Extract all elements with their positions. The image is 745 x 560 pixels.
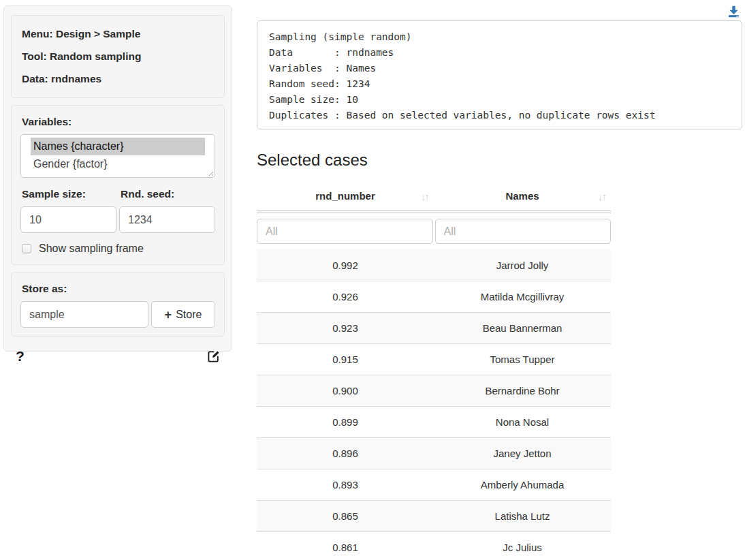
table-cell: 0.896 <box>257 438 434 469</box>
sidebar: Menu: Design > Sample Tool: Random sampl… <box>3 5 232 352</box>
edit-icon[interactable] <box>207 350 220 363</box>
table-cell: 0.893 <box>257 469 434 500</box>
variables-panel: Variables: Names {character}Gender {fact… <box>11 105 225 265</box>
show-sampling-frame-label: Show sampling frame <box>39 243 144 255</box>
store-panel: Store as: + Store <box>11 272 225 337</box>
table-row[interactable]: 0.893Amberly Ahumada <box>257 469 611 500</box>
selected-cases-table: rnd_number ↓↑ Names ↓↑ 0.992Jarrod Jolly… <box>257 181 611 560</box>
filter-row <box>257 213 611 249</box>
menu-breadcrumb: Menu: Design > Sample <box>22 28 215 40</box>
table-cell: 0.992 <box>257 249 434 281</box>
variables-select[interactable]: Names {character}Gender {factor} <box>20 134 215 178</box>
table-row[interactable]: 0.926Matilda Mcgillivray <box>257 281 611 312</box>
sort-icon[interactable]: ↓↑ <box>421 190 428 202</box>
table-row[interactable]: 0.915Tomas Tupper <box>257 343 611 375</box>
column-header-names[interactable]: Names ↓↑ <box>434 181 611 211</box>
table-cell: Nona Nosal <box>434 407 611 437</box>
show-sampling-frame-checkbox[interactable] <box>22 244 31 253</box>
sample-size-input[interactable] <box>20 206 116 233</box>
dataset-label: Data: rndnames <box>22 73 215 85</box>
table-body: 0.992Jarrod Jolly0.926Matilda Mcgillivra… <box>257 249 611 560</box>
column-header-label: Names <box>505 190 539 202</box>
table-row[interactable]: 0.923Beau Bannerman <box>257 312 611 343</box>
tool-label: Tool: Random sampling <box>22 50 215 63</box>
variable-option[interactable]: Names {character} <box>31 138 205 155</box>
summary-panel: Menu: Design > Sample Tool: Random sampl… <box>11 15 225 98</box>
table-cell: 0.899 <box>257 407 434 437</box>
store-as-label: Store as: <box>22 283 215 295</box>
rnd-seed-input[interactable] <box>119 206 215 233</box>
filter-input-rnd-number[interactable] <box>257 219 433 244</box>
show-sampling-frame-row: Show sampling frame <box>22 243 215 255</box>
table-cell: Bernardine Bohr <box>434 375 611 406</box>
variables-options: Names {character}Gender {factor} <box>31 138 205 173</box>
summary-output-text: Sampling (simple random) Data : rndnames… <box>269 29 730 123</box>
rnd-seed-label: Rnd. seed: <box>121 188 215 200</box>
table-cell: Jc Julius <box>434 532 611 560</box>
table-cell: Tomas Tupper <box>434 344 611 375</box>
table-header: rnd_number ↓↑ Names ↓↑ <box>257 181 611 211</box>
table-cell: Jarrod Jolly <box>434 249 611 281</box>
table-row[interactable]: 0.900Bernardine Bohr <box>257 375 611 406</box>
table-cell: Amberly Ahumada <box>434 469 611 500</box>
table-row[interactable]: 0.899Nona Nosal <box>257 406 611 437</box>
table-row[interactable]: 0.861Jc Julius <box>257 531 611 560</box>
store-button[interactable]: + Store <box>151 301 215 328</box>
table-row[interactable]: 0.896Janey Jetton <box>257 437 611 469</box>
table-cell: 0.915 <box>257 344 434 375</box>
download-icon[interactable] <box>727 4 741 18</box>
variables-label: Variables: <box>22 116 215 128</box>
table-cell: 0.926 <box>257 281 434 312</box>
sample-size-label: Sample size: <box>22 188 116 200</box>
help-icon[interactable]: ? <box>16 348 25 364</box>
table-cell: 0.865 <box>257 501 434 531</box>
filter-input-names[interactable] <box>435 219 612 244</box>
column-header-rnd-number[interactable]: rnd_number ↓↑ <box>257 181 434 211</box>
table-cell: Janey Jetton <box>434 438 611 469</box>
table-row[interactable]: 0.865Latisha Lutz <box>257 500 611 531</box>
table-cell: Matilda Mcgillivray <box>434 281 611 312</box>
store-as-input[interactable] <box>20 301 148 328</box>
table-row[interactable]: 0.992Jarrod Jolly <box>257 249 611 281</box>
variable-option[interactable]: Gender {factor} <box>31 155 205 173</box>
column-header-label: rnd_number <box>315 190 375 202</box>
table-cell: Beau Bannerman <box>434 313 611 343</box>
plus-icon: + <box>165 309 172 321</box>
table-cell: Latisha Lutz <box>434 501 611 531</box>
sidebar-footer: ? <box>11 343 225 364</box>
resize-grip-icon[interactable] <box>207 170 213 176</box>
table-cell: 0.923 <box>257 313 434 343</box>
summary-output-box: Sampling (simple random) Data : rndnames… <box>257 20 742 129</box>
section-title: Selected cases <box>257 151 368 170</box>
table-cell: 0.861 <box>257 532 434 560</box>
store-button-label: Store <box>176 309 202 321</box>
table-cell: 0.900 <box>257 375 434 406</box>
sort-icon[interactable]: ↓↑ <box>598 190 605 202</box>
